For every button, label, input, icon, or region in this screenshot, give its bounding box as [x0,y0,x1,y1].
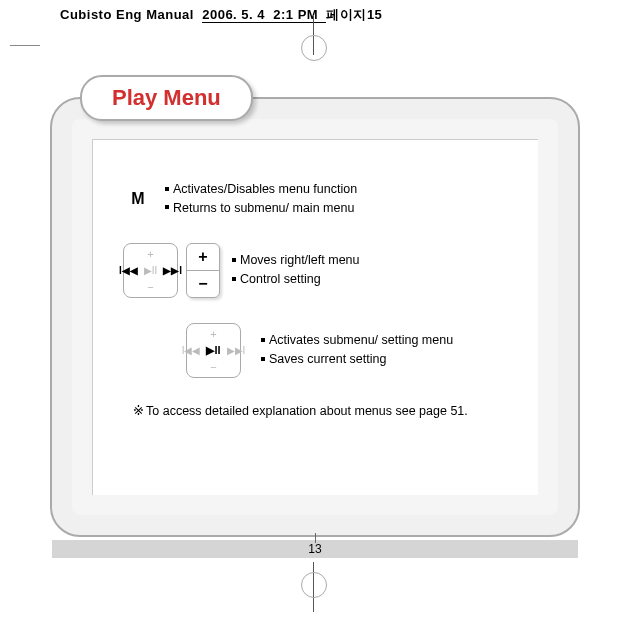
crop-mark-top [313,15,314,55]
crop-mark-left [10,45,40,46]
main-container: Play Menu M Activates/Disables menu func… [50,75,580,535]
page-number-bar: 13 [52,540,578,558]
content-panel: M Activates/Disables menu function Retur… [50,97,580,537]
crop-mark-bottom [313,562,314,612]
page-number: 13 [308,542,321,556]
bullet-item: Control setting [232,270,360,289]
m-bullets: Activates/Disables menu function Returns… [165,180,357,218]
tab-title: Play Menu [112,85,221,110]
doc-page-ref: 페이지15 [326,7,382,22]
doc-date: 2006. 5. 4 [202,7,265,22]
row-center: + I◀◀ ▶II ▶▶I − Activates submenu/ setti… [93,323,538,378]
center-bullets: Activates submenu/ setting menu Saves cu… [261,331,453,369]
bullet-item: Saves current setting [261,350,453,369]
doc-name: Cubisto Eng Manual [60,7,194,22]
bullet-item: Moves right/left menu [232,251,360,270]
m-icon: M [123,190,153,208]
page-title-tab: Play Menu [80,75,253,121]
dpad-center-icon: + I◀◀ ▶II ▶▶I − [186,323,241,378]
bullet-item: Activates/Disables menu function [165,180,357,199]
inner-panel: M Activates/Disables menu function Retur… [92,139,538,495]
minus-icon: − [187,271,219,297]
bullet-item: Returns to submenu/ main menu [165,199,357,218]
nav-bullets: Moves right/left menu Control setting [232,251,360,289]
row-m: M Activates/Disables menu function Retur… [93,140,538,218]
footnote: To access detailed explanation about men… [93,403,538,418]
plus-icon: + [187,244,219,271]
tick-mark [315,533,316,543]
bullet-item: Activates submenu/ setting menu [261,331,453,350]
row-nav: + I◀◀ ▶II ▶▶I − + − Moves right/left men… [93,243,538,298]
plus-minus-icon: + − [186,243,220,298]
dpad-leftright-icon: + I◀◀ ▶II ▶▶I − [123,243,178,298]
doc-time: 2:1 PM [273,7,318,22]
